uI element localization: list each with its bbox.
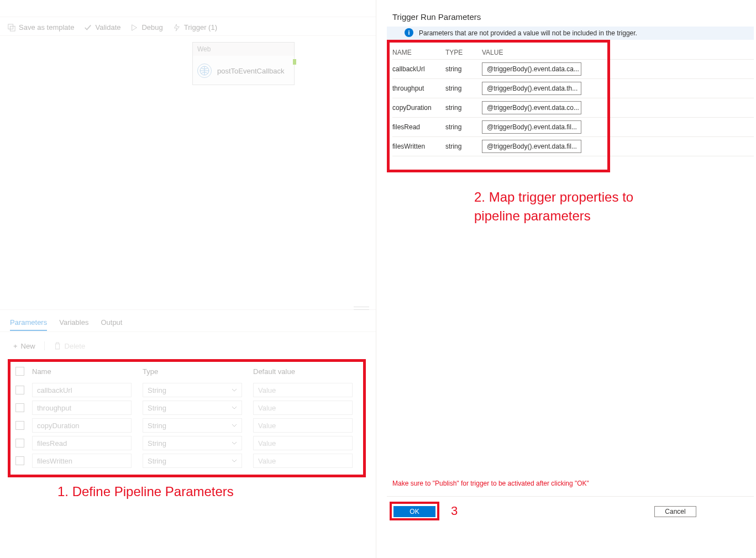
info-bar: Parameters that are not provided a value… (387, 27, 754, 40)
annotation-text-3: 3 (451, 504, 458, 518)
globe-icon (197, 64, 212, 78)
panel-divider (376, 0, 376, 558)
pipeline-activity-node[interactable]: Web postToEventCallback (192, 42, 295, 85)
publish-warning: Make sure to "Publish" for trigger to be… (392, 480, 589, 487)
tab-parameters[interactable]: Parameters (10, 318, 47, 331)
ok-button[interactable]: OK (393, 506, 435, 517)
annotation-highlight-2 (387, 40, 610, 172)
parameters-toolbar: + New Delete (13, 341, 85, 350)
play-icon (130, 24, 138, 31)
node-name: postToEventCallback (217, 67, 284, 75)
validate-label: Validate (95, 23, 120, 31)
bottom-tabs: Parameters Variables Output (10, 318, 122, 331)
info-icon: i (405, 28, 413, 37)
debug-label: Debug (141, 23, 162, 31)
svg-rect-1 (10, 26, 15, 31)
divider (0, 35, 376, 36)
check-icon (84, 24, 92, 31)
save-template-icon (8, 24, 15, 31)
success-connector[interactable] (293, 59, 296, 65)
save-as-template-button[interactable]: Save as template (8, 23, 74, 31)
separator (44, 341, 45, 350)
trigger-button[interactable]: Trigger (1) (173, 23, 217, 31)
info-text: Parameters that are not provided a value… (419, 29, 637, 37)
debug-button[interactable]: Debug (130, 23, 162, 31)
new-parameter-button[interactable]: + New (13, 342, 35, 350)
tab-output[interactable]: Output (101, 318, 122, 331)
delete-parameter-button: Delete (54, 342, 86, 350)
trash-icon (54, 342, 61, 350)
delete-label: Delete (65, 342, 86, 350)
annotation-text-2: 2. Map trigger properties to pipeline pa… (474, 188, 633, 225)
divider (387, 496, 754, 497)
validate-button[interactable]: Validate (84, 23, 120, 31)
divider (0, 17, 376, 17)
divider (0, 331, 376, 332)
cancel-button[interactable]: Cancel (654, 506, 696, 517)
trigger-label: Trigger (1) (184, 23, 217, 31)
node-type-label: Web (193, 43, 294, 56)
svg-rect-0 (8, 24, 13, 29)
splitter (0, 309, 376, 310)
tab-variables[interactable]: Variables (59, 318, 88, 331)
annotation-text-1: 1. Define Pipeline Parameters (57, 484, 234, 499)
annotation-highlight-1 (8, 359, 366, 477)
save-as-template-label: Save as template (19, 23, 74, 31)
trigger-icon (173, 24, 181, 31)
splitter-handle[interactable] (354, 307, 369, 310)
new-label: New (21, 342, 35, 350)
plus-icon: + (13, 342, 18, 350)
panel-title: Trigger Run Parameters (392, 12, 481, 22)
toolbar: Save as template Validate Debug Trigger … (8, 23, 217, 31)
